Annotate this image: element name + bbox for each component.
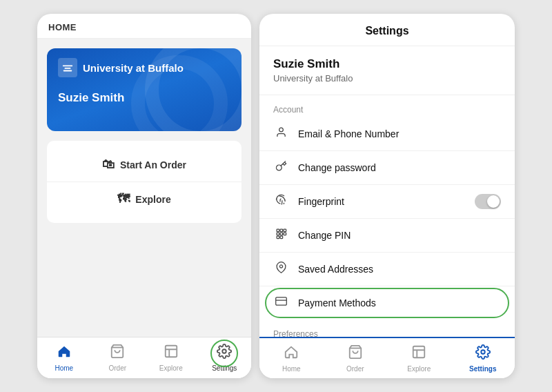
ub-card-top: University at Buffalo <box>58 58 230 77</box>
svg-rect-10 <box>277 233 279 235</box>
right-nav-home[interactable]: Home <box>259 338 324 378</box>
action-buttons: 🛍 Start An Order 🗺 Explore <box>47 141 241 223</box>
explore-label: Explore <box>135 194 170 205</box>
right-nav-order[interactable]: Order <box>324 338 388 378</box>
right-panel: Settings Suzie Smith University at Buffa… <box>259 14 515 378</box>
right-nav-explore[interactable]: Explore <box>387 338 451 378</box>
change-password-label: Change password <box>298 162 501 173</box>
fingerprint-toggle[interactable] <box>475 194 501 209</box>
right-nav-home-label: Home <box>282 365 301 373</box>
nav-order[interactable]: Order <box>91 337 145 378</box>
explore-button[interactable]: 🗺 Explore <box>47 182 241 216</box>
change-pin-label: Change PIN <box>298 230 501 241</box>
fingerprint-icon <box>273 194 288 209</box>
ub-card[interactable]: University at Buffalo Suzie Smith <box>47 48 241 131</box>
svg-rect-1 <box>65 68 71 69</box>
payment-methods-item[interactable]: Payment Methods <box>259 286 515 320</box>
right-nav-explore-label: Explore <box>407 365 431 373</box>
fingerprint-label: Fingerprint <box>298 196 465 207</box>
right-settings-icon <box>475 344 491 363</box>
saved-addresses-label: Saved Addresses <box>298 264 501 275</box>
account-label: Account <box>273 105 501 117</box>
settings-title: Settings <box>259 14 515 46</box>
explore-icon <box>164 344 179 362</box>
start-order-button[interactable]: 🛍 Start An Order <box>47 148 241 182</box>
svg-rect-16 <box>275 297 286 305</box>
svg-rect-14 <box>280 236 283 239</box>
svg-rect-11 <box>280 233 283 235</box>
svg-point-5 <box>222 349 226 353</box>
location-icon <box>273 262 288 277</box>
svg-point-15 <box>279 265 282 268</box>
bag-icon: 🛍 <box>102 157 115 172</box>
card-icon <box>273 295 288 311</box>
saved-addresses-item[interactable]: Saved Addresses <box>259 253 515 286</box>
email-phone-item[interactable]: Email & Phone Number <box>259 117 515 151</box>
order-icon <box>110 344 125 362</box>
right-home-icon <box>284 344 299 363</box>
email-phone-label: Email & Phone Number <box>298 128 501 139</box>
toggle-knob <box>487 195 500 208</box>
nav-home-label: Home <box>55 364 73 372</box>
nav-home[interactable]: Home <box>37 337 91 378</box>
left-bottom-nav: Home Order <box>37 337 251 378</box>
account-section: Account <box>259 95 515 117</box>
account-list: Email & Phone Number Change password <box>259 117 515 320</box>
settings-green-circle: Settings <box>212 344 237 372</box>
home-content: University at Buffalo Suzie Smith 🛍 Star… <box>37 39 251 337</box>
left-phone: HOME University at Buffalo Suzie Smith <box>37 14 251 378</box>
svg-rect-9 <box>284 229 286 232</box>
card-user-name: Suzie Smith <box>58 91 230 105</box>
change-pin-item[interactable]: Change PIN <box>259 219 515 253</box>
svg-rect-2 <box>63 70 72 72</box>
settings-user-name: Suzie Smith <box>273 57 501 71</box>
nav-settings[interactable]: Settings <box>198 337 252 378</box>
svg-point-24 <box>481 350 485 354</box>
fingerprint-item[interactable]: Fingerprint <box>259 185 515 219</box>
right-nav-order-label: Order <box>346 365 364 373</box>
svg-rect-4 <box>166 346 177 357</box>
preferences-label: Preferences <box>273 329 501 337</box>
ub-logo-icon <box>58 58 77 77</box>
nav-explore[interactable]: Explore <box>144 337 198 378</box>
right-bottom-nav: Home Order <box>259 337 515 378</box>
settings-content: Account Email & Phone Number <box>259 95 515 337</box>
svg-rect-23 <box>413 346 425 357</box>
home-icon <box>57 344 72 362</box>
change-password-item[interactable]: Change password <box>259 151 515 185</box>
start-order-label: Start An Order <box>120 159 186 170</box>
university-name: University at Buffalo <box>83 62 184 74</box>
svg-rect-12 <box>284 233 286 235</box>
settings-icon <box>217 344 232 362</box>
nav-settings-label: Settings <box>212 364 237 372</box>
map-icon: 🗺 <box>117 192 130 206</box>
svg-rect-13 <box>277 236 279 239</box>
grid-icon <box>273 228 288 243</box>
key-icon <box>273 160 288 175</box>
right-order-icon <box>348 344 363 363</box>
svg-point-6 <box>279 128 283 132</box>
preferences-section: Preferences <box>259 320 515 337</box>
person-icon <box>273 126 288 141</box>
svg-rect-0 <box>63 65 72 66</box>
right-explore-icon <box>411 344 426 363</box>
settings-user-subtitle: University at Buffalo <box>273 73 501 84</box>
right-nav-settings[interactable]: Settings <box>451 338 515 378</box>
nav-order-label: Order <box>108 364 126 372</box>
right-nav-settings-label: Settings <box>469 365 496 373</box>
nav-explore-label: Explore <box>159 364 183 372</box>
svg-rect-8 <box>280 229 283 232</box>
payment-methods-label: Payment Methods <box>298 297 501 308</box>
svg-rect-7 <box>277 229 279 232</box>
app-container: HOME University at Buffalo Suzie Smith <box>0 0 552 392</box>
home-header: HOME <box>37 14 251 39</box>
settings-user-section: Suzie Smith University at Buffalo <box>259 46 515 95</box>
